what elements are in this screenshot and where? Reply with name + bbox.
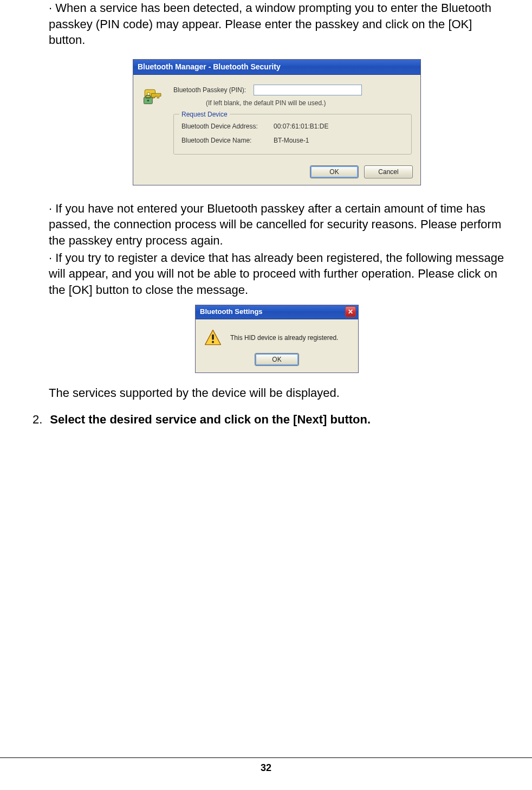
page-footer: 32: [0, 757, 532, 774]
cancel-button[interactable]: Cancel: [364, 165, 413, 178]
bluetooth-settings-dialog: Bluetooth Settings ✕ This HID device is …: [195, 305, 359, 373]
ok-button[interactable]: OK: [255, 353, 299, 366]
fieldset-legend: Request Device: [179, 110, 230, 119]
device-address-label: Bluetooth Device Address:: [181, 122, 274, 131]
bluetooth-security-dialog: Bluetooth Manager - Bluetooth Security B…: [133, 59, 421, 185]
dialog-title-bar: Bluetooth Manager - Bluetooth Security: [133, 60, 420, 75]
dialog2-message: This HID device is already registered.: [230, 333, 338, 342]
request-device-group: Request Device Bluetooth Device Address:…: [173, 114, 412, 154]
key-icon: [142, 87, 165, 110]
svg-rect-5: [212, 334, 214, 339]
dialog2-title-bar: Bluetooth Settings ✕: [196, 305, 358, 319]
ok-button[interactable]: OK: [310, 165, 359, 178]
page-number: 32: [261, 762, 271, 773]
svg-point-4: [147, 100, 150, 102]
passkey-label: Bluetooth Passkey (PIN):: [173, 86, 246, 94]
device-address-value: 00:07:61:01:B1:DE: [274, 122, 328, 131]
paragraph-already-registered-note: · If you try to register a device that h…: [49, 250, 505, 298]
paragraph-services-displayed: The services supported by the device wil…: [49, 385, 505, 401]
dialog-title-text: Bluetooth Manager - Bluetooth Security: [138, 62, 281, 72]
step-instruction: Select the desired service and click on …: [50, 412, 371, 428]
svg-point-6: [212, 341, 214, 343]
device-name-value: BT-Mouse-1: [274, 136, 309, 145]
close-icon[interactable]: ✕: [345, 306, 356, 317]
paragraph-timeout-note: · If you have not entered your Bluetooth…: [49, 201, 505, 249]
paragraph-passkey-prompt: · When a service has been detected, a wi…: [49, 0, 505, 48]
step-number: 2.: [33, 412, 42, 428]
device-name-label: Bluetooth Device Name:: [181, 136, 274, 145]
warning-icon: [203, 328, 223, 348]
passkey-input[interactable]: [254, 85, 362, 95]
dialog2-title-text: Bluetooth Settings: [200, 307, 263, 317]
passkey-hint: (If left blank, the default PIN will be …: [173, 99, 412, 107]
